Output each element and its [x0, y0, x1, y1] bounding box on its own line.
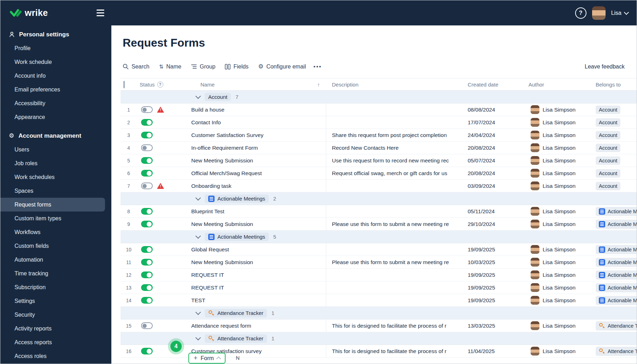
form-name[interactable]: Global Request — [181, 243, 326, 256]
table-row[interactable]: 6 ! Official Merch/Swag Request Request … — [121, 167, 637, 180]
form-name[interactable]: Contact Info — [181, 116, 326, 129]
status-help-icon[interactable]: ? — [157, 82, 163, 88]
sidebar-item-email-preferences[interactable]: Email preferences — [0, 83, 111, 96]
sidebar-item-time-tracking[interactable]: Time tracking — [0, 267, 111, 280]
column-author[interactable]: Author — [528, 82, 544, 88]
form-name[interactable]: New Meeting Submission — [181, 256, 326, 268]
chevron-down-icon[interactable] — [195, 195, 201, 201]
status-toggle[interactable] — [141, 322, 153, 329]
belongs-chip[interactable]: Account — [596, 106, 620, 114]
status-toggle[interactable] — [141, 271, 153, 278]
form-name[interactable]: New Meeting Submission — [181, 218, 326, 230]
status-toggle[interactable] — [141, 119, 153, 126]
table-row[interactable]: 7 ! Onboarding task 03/09/2024 Lisa Simp… — [121, 180, 637, 192]
hamburger-menu-icon[interactable] — [97, 10, 104, 16]
sidebar-item-work-schedule[interactable]: Work schedule — [0, 55, 111, 69]
table-row[interactable]: 8 ! Blueprint Test 05/11/2024 Lisa Simps… — [121, 205, 637, 218]
chevron-down-icon[interactable] — [195, 233, 201, 239]
sidebar-item-request-forms[interactable]: Request forms — [0, 198, 105, 211]
status-toggle[interactable] — [141, 208, 153, 215]
column-created-date[interactable]: Created date — [468, 82, 498, 88]
status-toggle[interactable] — [141, 221, 153, 227]
help-icon[interactable]: ? — [575, 7, 586, 19]
status-toggle[interactable] — [141, 348, 153, 354]
form-name[interactable]: Attendance request form — [181, 320, 326, 332]
group-row[interactable]: Account 7 — [121, 91, 637, 103]
group-button[interactable]: Group — [191, 64, 215, 70]
table-row[interactable]: 12 ! REQUEST IT 19/09/2025 Lisa Simpson … — [121, 269, 637, 281]
belongs-chip[interactable]: Actionable Meetings — [596, 258, 637, 267]
sort-button[interactable]: ⇅ Name — [159, 64, 181, 70]
group-row[interactable]: Attendance Tracker 1 — [121, 332, 637, 345]
form-name[interactable]: REQUEST IT — [181, 269, 326, 281]
status-toggle[interactable] — [141, 297, 153, 304]
sidebar-item-custom-item-types[interactable]: Custom item types — [0, 211, 111, 225]
form-name[interactable]: Official Merch/Swag Request — [181, 167, 326, 179]
belongs-chip[interactable]: Account — [596, 118, 620, 127]
user-menu[interactable]: Lisa — [611, 10, 628, 16]
status-toggle[interactable] — [141, 284, 153, 291]
status-toggle[interactable] — [141, 259, 153, 265]
fields-button[interactable]: Fields — [225, 64, 249, 70]
sidebar-item-access-roles[interactable]: Access roles — [0, 349, 111, 363]
table-row[interactable]: 13 ! REQUEST IT 19/09/2025 Lisa Simpson … — [121, 281, 637, 294]
table-row[interactable]: 14 ! TEST 19/09/2025 Lisa Simpson Action… — [121, 294, 637, 307]
belongs-chip[interactable]: Actionable Meetings — [596, 207, 637, 216]
sidebar-item-spaces[interactable]: Spaces — [0, 184, 111, 198]
belongs-chip[interactable]: Actionable Meetings — [596, 296, 637, 305]
form-name[interactable]: In-office Requirement Form — [181, 142, 326, 154]
belongs-chip[interactable]: Attendance Tracker — [596, 321, 637, 330]
sidebar-item-custom-fields[interactable]: Custom fields — [0, 239, 111, 253]
status-toggle[interactable] — [141, 183, 153, 189]
belongs-chip[interactable]: Actionable Meetings — [596, 283, 637, 292]
sidebar-item-job-roles[interactable]: Job roles — [0, 156, 111, 170]
more-options-icon[interactable]: ••• — [313, 63, 322, 70]
belongs-chip[interactable]: Account — [596, 169, 620, 178]
sidebar-item-profile[interactable]: Profile — [0, 41, 111, 55]
sidebar-item-activity-reports[interactable]: Activity reports — [0, 322, 111, 335]
status-toggle[interactable] — [141, 246, 153, 253]
status-toggle[interactable] — [141, 157, 153, 164]
column-belongs-to[interactable]: Belongs to — [596, 82, 621, 88]
group-row[interactable]: Actionable Meetings 2 — [121, 192, 637, 205]
leave-feedback-link[interactable]: Leave feedback — [585, 64, 637, 70]
table-row[interactable]: 1 ! Build a house 08/08/2024 Lisa Simpso… — [121, 103, 637, 116]
table-row[interactable]: 10 ! Global Request 19/09/2025 Lisa Simp… — [121, 243, 637, 256]
belongs-chip[interactable]: Account — [596, 182, 620, 190]
configure-email-button[interactable]: ⚙ Configure email — [258, 63, 306, 70]
table-row[interactable]: 2 ! Contact Info 17/07/2024 Lisa Simpson… — [121, 116, 637, 129]
belongs-chip[interactable]: Actionable Meetings — [596, 270, 637, 280]
sidebar-item-settings[interactable]: Settings — [0, 294, 111, 308]
chevron-down-icon[interactable] — [195, 93, 201, 99]
sidebar-item-access-reports[interactable]: Access reports — [0, 335, 111, 349]
sidebar-item-security[interactable]: Security — [0, 308, 111, 322]
select-all-checkbox[interactable] — [123, 81, 125, 88]
form-name[interactable]: Blueprint Test — [181, 205, 326, 217]
sidebar-item-accessibility[interactable]: Accessibility — [0, 96, 111, 110]
sidebar-item-workflows[interactable]: Workflows — [0, 225, 111, 239]
form-name[interactable]: New Meeting Submission — [181, 154, 326, 167]
form-name[interactable]: TEST — [181, 294, 326, 306]
column-description[interactable]: Description — [332, 82, 358, 88]
status-toggle[interactable] — [141, 144, 153, 151]
search-button[interactable]: Search — [123, 64, 150, 70]
table-row[interactable]: 11 ! New Meeting Submission Please use t… — [121, 256, 637, 269]
column-name[interactable]: Name — [200, 82, 215, 88]
chevron-down-icon[interactable] — [195, 309, 201, 315]
table-row[interactable]: 3 ! Customer Satisfaction Survey Share t… — [121, 129, 637, 142]
group-row[interactable]: Actionable Meetings 5 — [121, 231, 637, 243]
wrike-logo[interactable]: wrike — [10, 8, 48, 18]
sidebar-item-subscription[interactable]: Subscription — [0, 280, 111, 294]
sidebar-item-appearance[interactable]: Appearance — [0, 110, 111, 124]
sidebar-item-automation[interactable]: Automation — [0, 253, 111, 267]
table-row[interactable]: 5 ! New Meeting Submission Use this requ… — [121, 154, 637, 167]
table-row[interactable]: 15 ! Attendance request form This for is… — [121, 320, 637, 332]
table-row[interactable]: 4 ! In-office Requirement Form Record Ne… — [121, 142, 637, 154]
form-name[interactable]: REQUEST IT — [181, 281, 326, 294]
user-avatar[interactable] — [592, 6, 606, 20]
sidebar-item-work-schedules[interactable]: Work schedules — [0, 170, 111, 184]
status-toggle[interactable] — [141, 170, 153, 177]
group-row[interactable]: Attendance Tracker 1 — [121, 307, 637, 320]
form-name[interactable]: Customer Satisfaction Survey — [181, 129, 326, 141]
sidebar-item-account-info[interactable]: Account info — [0, 69, 111, 83]
